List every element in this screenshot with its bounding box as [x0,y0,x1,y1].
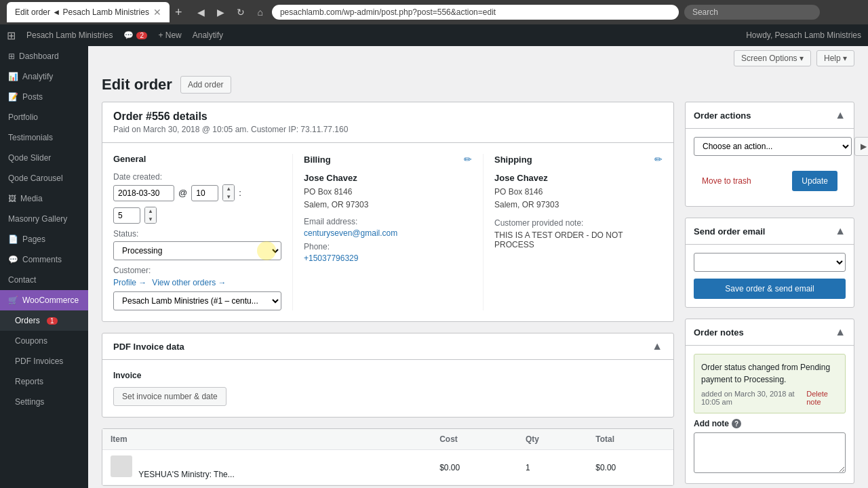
delete-note-link[interactable]: Delete note [806,390,838,406]
comments-link[interactable]: 💬 2 [123,30,147,40]
add-order-button[interactable]: Add order [180,76,231,94]
forward-button[interactable]: ▶ [214,5,228,19]
screen-options-button[interactable]: Screen Options ▾ [734,50,811,66]
set-invoice-button[interactable]: Set invoice number & date [113,387,226,406]
billing-phone-link[interactable]: +15037796329 [304,253,358,263]
note-item: Order status changed from Pending paymen… [694,354,846,413]
reload-button[interactable]: ↻ [233,5,248,19]
send-email-select[interactable] [694,253,846,272]
time-down-btn[interactable]: ▼ [223,193,234,201]
pdf-invoice-header[interactable]: PDF Invoice data ▲ [102,333,673,360]
sidebar-item-posts[interactable]: 📝 Posts [0,87,88,107]
status-label: Status: [113,229,281,239]
sidebar-item-settings[interactable]: Settings [0,392,88,412]
save-send-button[interactable]: Save order & send email [694,279,846,299]
item-thumbnail [111,455,132,477]
sidebar-item-portfolio[interactable]: Portfolio [0,107,88,127]
howdy-text: Howdy, Pesach Lamb Ministries [746,30,861,40]
sidebar-item-testimonials[interactable]: Testimonials [0,127,88,148]
site-name[interactable]: Pesach Lamb Ministries [26,30,113,40]
order-title: Order #556 details [113,110,663,123]
address-bar[interactable]: pesachlamb.com/wp-admin/post.php?post=55… [272,5,679,20]
update-button[interactable]: Update [792,171,837,191]
shipping-city-state: Salem, OR 97303 [494,199,663,211]
sidebar-item-qode-slider[interactable]: Qode Slider [0,148,88,168]
customer-note-label: Customer provided note: [494,218,663,228]
status-select[interactable]: Processing Pending payment On hold Compl… [113,241,281,260]
content-area: Order #556 details Paid on March 30, 201… [88,102,868,488]
order-notes-title: Order notes [694,327,744,338]
customer-select[interactable]: Pesach Lamb Ministries (#1 – centu... [113,291,281,310]
sidebar-item-contact[interactable]: Contact [0,270,88,290]
sidebar-item-pages[interactable]: 📄 Pages [0,229,88,249]
billing-title: Billing [304,155,331,165]
pdf-invoice-body: Invoice Set invoice number & date [102,360,673,417]
comments-badge: 2 [136,32,147,39]
browser-tab[interactable]: Edit order ◄ Pesach Lamb Ministries ✕ [7,2,170,22]
billing-column: Billing ✏ Jose Chavez PO Box 8146 Salem,… [304,154,484,310]
billing-email-label: Email address: [304,217,472,226]
sidebar-item-pdf-invoices[interactable]: PDF Invoices [0,351,88,371]
time-hour-input[interactable] [191,185,218,201]
action-select-row: Choose an action... Resend new order not… [694,137,846,156]
order-meta: Paid on March 30, 2018 @ 10:05 am. Custo… [113,125,663,134]
order-notes-box: Order notes ▲ Order status changed from … [685,319,854,484]
sidebar-item-woocommerce[interactable]: 🛒 WooCommerce [0,290,88,310]
date-input[interactable] [113,185,174,201]
send-email-header: Send order email ▲ [686,218,854,245]
sidebar-item-coupons[interactable]: Coupons [0,331,88,351]
home-button[interactable]: ⌂ [254,5,266,19]
sidebar-item-media[interactable]: 🖼 Media [0,188,88,209]
col-total-header: Total [587,429,673,450]
col-cost-header: Cost [431,429,517,450]
sidebar-item-reports[interactable]: Reports [0,371,88,392]
time-up-btn[interactable]: ▲ [223,185,234,193]
new-tab-icon[interactable]: + [175,5,182,20]
note-meta: added on March 30, 2018 at 10:05 am Dele… [701,390,838,406]
send-email-body: Save order & send email [686,245,854,307]
customer-note-text: THIS IS A TEST ORDER - DO NOT PROCESS [494,230,663,249]
shipping-edit-icon[interactable]: ✏ [654,154,663,165]
general-column: General Date created: @ ▲ ▼ [113,154,293,310]
pdf-invoice-box: PDF Invoice data ▲ Invoice Set invoice n… [102,333,674,418]
minute-up-btn[interactable]: ▲ [145,207,156,216]
media-icon: 🖼 [8,194,16,203]
sidebar-item-analytify[interactable]: 📊 Analytify [0,66,88,87]
order-action-select[interactable]: Choose an action... Resend new order not… [694,137,852,156]
items-table: Item Cost Qty Total YESHUA'S Ministry: T… [102,429,673,485]
order-notes-toggle-icon[interactable]: ▲ [835,326,846,338]
back-button[interactable]: ◀ [194,5,208,19]
sidebar-item-qode-carousel[interactable]: Qode Carousel [0,168,88,188]
send-email-toggle-icon[interactable]: ▲ [835,225,846,237]
tab-close-icon[interactable]: ✕ [153,7,161,18]
order-actions-toggle-icon[interactable]: ▲ [835,109,846,121]
sidebar-item-dashboard[interactable]: ⊞ Dashboard [0,46,88,66]
sidebar-item-comments[interactable]: 💬 Comments [0,249,88,270]
minute-input[interactable] [113,207,140,224]
action-run-button[interactable]: ▶ [854,137,868,156]
add-note-textarea[interactable] [694,432,846,473]
woocommerce-icon: 🛒 [8,296,18,305]
wp-layout: ⊞ Dashboard 📊 Analytify 📝 Posts Portfoli… [0,46,868,488]
analytify-link[interactable]: Analytify [193,30,223,40]
move-to-trash-link[interactable]: Move to trash [702,176,751,186]
general-title: General [113,154,146,164]
minute-down-btn[interactable]: ▼ [145,216,156,224]
wp-admin-bar: ⊞ Pesach Lamb Ministries 💬 2 + New Analy… [0,24,868,46]
send-order-email-box: Send order email ▲ Save order & send ema… [685,218,854,308]
sidebar: ⊞ Dashboard 📊 Analytify 📝 Posts Portfoli… [0,46,88,488]
view-orders-link[interactable]: View other orders → [152,278,226,287]
pdf-invoice-title: PDF Invoice data [113,342,184,352]
order-details-box: Order #556 details Paid on March 30, 201… [102,102,674,322]
new-content-link[interactable]: + New [158,30,181,40]
profile-link[interactable]: Profile → [113,278,146,287]
sidebar-item-masonry[interactable]: Masonry Gallery [0,209,88,229]
search-bar[interactable]: Search [684,5,820,20]
billing-email-link[interactable]: centuryseven@gmail.com [304,228,397,238]
billing-edit-icon[interactable]: ✏ [464,154,472,165]
sidebar-item-orders[interactable]: Orders 1 [0,310,88,331]
time-spinner[interactable]: ▲ ▼ [222,184,235,201]
help-button[interactable]: Help ▾ [816,50,854,66]
wp-logo-icon[interactable]: ⊞ [7,29,16,42]
minute-spinner[interactable]: ▲ ▼ [144,207,157,224]
